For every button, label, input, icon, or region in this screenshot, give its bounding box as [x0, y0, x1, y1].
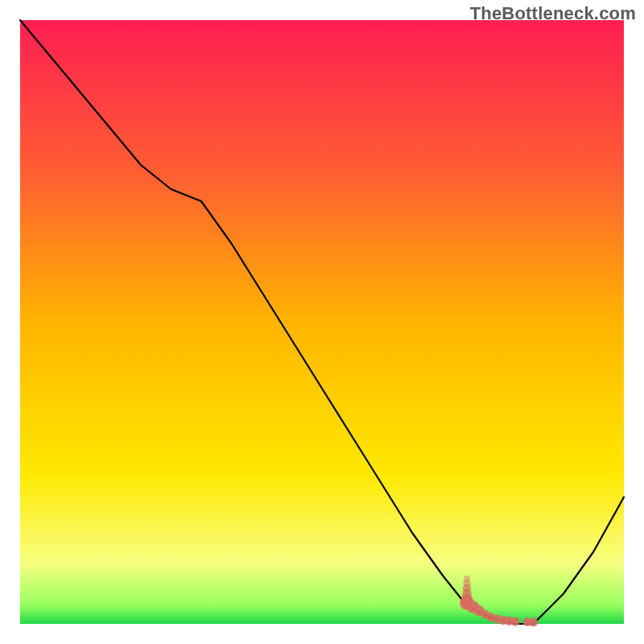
plot-background: [20, 20, 624, 624]
bottleneck-chart: [0, 0, 644, 644]
highlight-dot: [529, 617, 538, 626]
watermark-label: TheBottleneck.com: [470, 3, 636, 24]
highlight-dot: [511, 617, 520, 626]
chart-container: TheBottleneck.com: [0, 0, 644, 644]
highlight-dot: [464, 576, 470, 582]
